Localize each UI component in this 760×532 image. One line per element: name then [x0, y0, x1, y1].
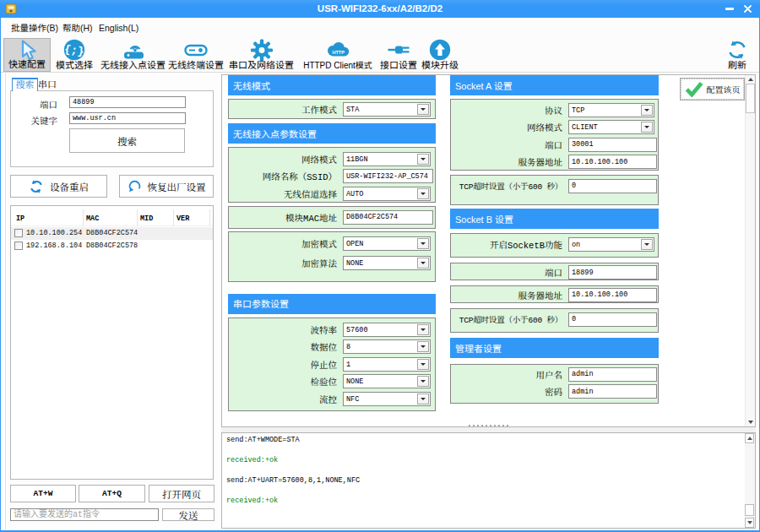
scroll-up-icon[interactable]	[748, 78, 753, 81]
dropdown-arrow-icon[interactable]	[417, 258, 429, 269]
form-row: 波特率 57600	[229, 323, 435, 337]
tab-serial[interactable]: 串口	[38, 79, 57, 91]
socket-a-timeout-input[interactable]	[568, 179, 657, 193]
parity-combo[interactable]: NONE	[343, 374, 431, 388]
socket-a-netmode-combo[interactable]: CLIENT	[568, 120, 654, 134]
device-checkbox[interactable]	[14, 242, 23, 250]
at-w-button[interactable]: AT+W	[10, 485, 76, 502]
tool-mode-select[interactable]: {;} 模式选择	[52, 38, 97, 72]
scrollbar-thumb[interactable]	[745, 504, 754, 516]
ssid-input[interactable]	[343, 169, 433, 183]
baud-rate-combo[interactable]: 57600	[343, 323, 431, 337]
socket-b-server-input[interactable]	[568, 288, 657, 302]
dropdown-arrow-icon[interactable]	[417, 394, 429, 404]
socket-a-port-input[interactable]	[568, 138, 657, 152]
encryption-mode-combo[interactable]: OPEN	[343, 236, 431, 251]
grip-dot	[477, 425, 479, 426]
open-webpage-button[interactable]: 打开网页	[149, 485, 214, 502]
column-ver[interactable]: VER	[176, 214, 189, 223]
network-mode-combo[interactable]: 11BGN	[343, 152, 431, 166]
device-row-2[interactable]: 192.168.8.104 D8B04CF2C578	[11, 240, 213, 252]
tool-interface-settings[interactable]: 接口设置	[377, 38, 420, 72]
at-q-button[interactable]: AT+Q	[79, 485, 145, 502]
scroll-up-icon[interactable]	[745, 433, 754, 443]
scrollbar-thumb[interactable]	[746, 84, 755, 113]
dropdown-arrow-icon[interactable]	[417, 188, 429, 199]
port-input[interactable]	[69, 96, 186, 108]
dropdown-arrow-icon[interactable]	[641, 105, 653, 116]
dropdown-triangle-icon	[421, 363, 426, 366]
device-list: IP MAC MID VER 10.10.100.254 D8B04CF2C57…	[10, 205, 214, 480]
log-line: received:+ok	[226, 456, 278, 464]
dropdown-arrow-icon[interactable]	[417, 324, 429, 335]
dropdown-arrow-icon[interactable]	[417, 341, 429, 352]
tool-uart-net-settings[interactable]: 串口及网络设置	[225, 38, 297, 72]
at-command-input[interactable]	[10, 508, 159, 521]
tool-ap-settings[interactable]: 无线接入点设置	[97, 38, 169, 72]
keyword-input[interactable]	[69, 112, 186, 124]
dropdown-arrow-icon[interactable]	[417, 238, 429, 249]
factory-reset-button[interactable]: 恢复出厂设置	[119, 175, 214, 198]
data-bits-combo[interactable]: 8	[343, 339, 431, 354]
tool-refresh[interactable]: 刷新	[714, 38, 760, 72]
form-row: 网络模式 CLIENT	[451, 120, 658, 134]
dropdown-triangle-icon	[421, 345, 426, 348]
column-mac[interactable]: MAC	[86, 214, 99, 223]
dropdown-triangle-icon	[421, 380, 426, 383]
menu-english[interactable]: English(L)	[94, 18, 144, 37]
column-ip[interactable]: IP	[16, 214, 24, 223]
column-mid[interactable]: MID	[140, 214, 153, 223]
form-row: TCP超时设置（小于600 秒）	[451, 312, 658, 327]
control-slot: NONE	[343, 256, 433, 270]
flow-control-combo[interactable]: NFC	[343, 392, 431, 406]
module-mac-input[interactable]	[343, 210, 433, 225]
close-button[interactable]	[737, 0, 757, 18]
tool-sta-settings[interactable]: 无线终端设置	[166, 38, 226, 72]
baud-rate-label: 波特率	[229, 323, 337, 336]
device-restart-label: 设备重启	[50, 180, 89, 193]
form-row: 协议 TCP	[451, 103, 658, 117]
log-line: send:AT+WMODE=STA	[226, 436, 300, 444]
log-scrollbar[interactable]	[745, 433, 755, 528]
dropdown-arrow-icon[interactable]	[641, 122, 653, 133]
dropdown-arrow-icon[interactable]	[417, 359, 429, 370]
channel-combo[interactable]: AUTO	[343, 187, 431, 201]
apply-page-button[interactable]: 配置该页	[680, 78, 745, 100]
dropdown-triangle-icon	[644, 109, 649, 111]
encryption-mode-label: 加密模式	[229, 237, 337, 250]
menu-batch-operation[interactable]: 批量操作(B)	[6, 18, 63, 37]
protocol-combo[interactable]: TCP	[568, 103, 654, 117]
device-checkbox[interactable]	[14, 229, 23, 237]
stop-bits-combo[interactable]: 1	[343, 357, 431, 372]
socket-b-enable-combo[interactable]: on	[568, 237, 654, 252]
channel-label: 无线信道选择	[229, 187, 337, 200]
config-scrollbar[interactable]	[745, 75, 755, 426]
menu-help[interactable]: 帮助(H)	[57, 18, 98, 37]
username-input[interactable]	[568, 367, 657, 382]
form-row: 端口	[451, 265, 658, 280]
data-bits-label: 数据位	[229, 340, 337, 353]
device-restart-button[interactable]: 设备重启	[10, 175, 107, 198]
encryption-algo-combo[interactable]: NONE	[343, 256, 431, 270]
socket-a-server-input[interactable]	[568, 155, 657, 169]
password-input[interactable]	[568, 384, 657, 399]
control-slot: on	[568, 237, 657, 252]
socket-b-timeout-input[interactable]	[568, 312, 657, 327]
form-row: TCP超时设置（小于600 秒）	[451, 179, 658, 193]
tool-module-upgrade[interactable]: 模块升级	[419, 38, 461, 72]
socket-b-port-input[interactable]	[568, 265, 657, 280]
dropdown-arrow-icon[interactable]	[417, 154, 429, 165]
work-mode-combo[interactable]: STA	[343, 102, 431, 117]
tool-quick-config[interactable]: 快速配置	[3, 38, 51, 72]
tab-search[interactable]: 搜索	[12, 78, 38, 91]
dropdown-arrow-icon[interactable]	[417, 104, 429, 115]
dropdown-arrow-icon[interactable]	[417, 376, 429, 387]
device-row-1[interactable]: 10.10.100.254 D8B04CF2C574	[11, 227, 213, 240]
section-admin: 管理者设置	[450, 338, 659, 358]
dropdown-triangle-icon	[421, 158, 426, 160]
scroll-down-icon[interactable]	[745, 518, 754, 528]
search-button[interactable]: 搜索	[69, 128, 185, 153]
send-button[interactable]: 发送	[162, 508, 214, 521]
dropdown-arrow-icon[interactable]	[641, 239, 653, 250]
tool-httpd-client[interactable]: HTTP HTTPD Client模式	[302, 38, 373, 72]
